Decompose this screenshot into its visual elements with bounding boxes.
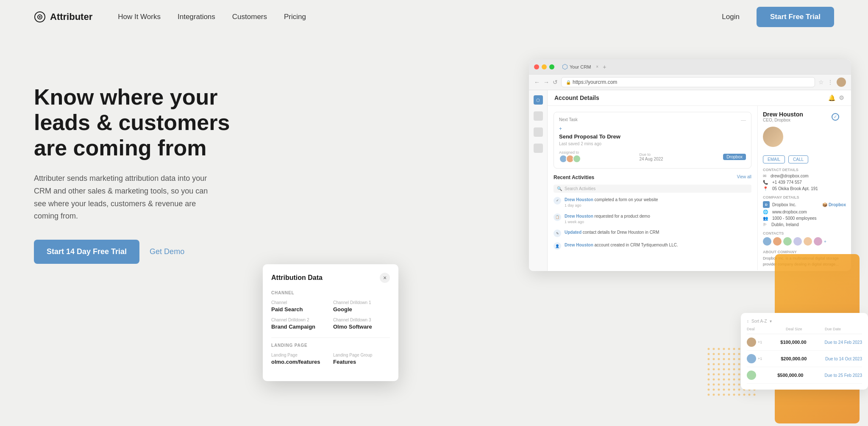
assigned-label: Assigned to <box>559 150 579 155</box>
task-title: Send Proposal To Drew <box>559 133 746 140</box>
crm-header-actions: 🔔 ⚙ <box>828 94 844 101</box>
activity-2: 📋 Drew Houston requested for a product d… <box>554 213 751 225</box>
hero-buttons: Start 14 Day Free Trial Get Demo <box>34 240 254 264</box>
phone-icon: 📞 <box>763 180 768 185</box>
close-tab-icon[interactable]: × <box>596 64 598 69</box>
new-tab-icon[interactable]: + <box>603 64 606 70</box>
deal-3-amount: $500,000.00 <box>777 373 803 378</box>
attr-divider <box>271 337 390 338</box>
contact-phone-row: 📞 +1 439 774 557 <box>763 180 846 185</box>
company-website: www.dropbox.com <box>772 210 807 214</box>
browser-dot-yellow[interactable] <box>542 64 547 69</box>
company-size-row: 👥 1000 - 5000 employees <box>763 216 846 221</box>
channel-value: Paid Search <box>271 306 328 313</box>
sidebar-icon-reports[interactable] <box>534 144 543 153</box>
deals-panel: ↕ Sort A-Z ▾ Deal Deal Size Due Date +1 … <box>741 313 868 390</box>
company-details-label: Company Details <box>763 195 846 199</box>
more-options-icon[interactable]: ⋮ <box>827 79 833 86</box>
search-placeholder: Search Activities <box>565 186 595 191</box>
contact-role: CEO, Dropbox <box>763 118 803 122</box>
channel-section-label: CHANNEL <box>271 290 390 295</box>
deal-avatar-2 <box>747 354 756 363</box>
forward-button[interactable]: → <box>543 79 549 86</box>
contact-name: Drew Houston <box>763 111 803 118</box>
contacts-avatars: + <box>763 237 846 246</box>
contact-avatar <box>763 127 783 147</box>
hero-trial-button[interactable]: Start 14 Day Free Trial <box>34 240 139 264</box>
nav-right: Login Start Free Trial <box>722 7 834 27</box>
about-company-label: About Company <box>763 250 846 254</box>
drilldown2-value: Brand Campaign <box>271 324 328 330</box>
activity-icon-3: ✎ <box>554 230 561 237</box>
call-button[interactable]: CALL <box>788 155 808 163</box>
nav-pricing[interactable]: Pricing <box>284 13 306 21</box>
activity-link-3: Updated <box>565 230 581 235</box>
contact-avatar-3 <box>783 237 792 246</box>
login-link[interactable]: Login <box>722 13 740 21</box>
activity-4: 👤 Drew Houston account created in CRM Ty… <box>554 242 751 250</box>
contact-avatar-5 <box>804 237 812 246</box>
search-icon: 🔍 <box>557 186 562 191</box>
deal-1-contact: +1 <box>747 337 762 347</box>
recent-activities-title: Recent Activities <box>554 174 594 180</box>
col-deal: Deal <box>747 327 784 331</box>
refresh-button[interactable]: ↺ <box>553 79 558 86</box>
contact-avatar-6 <box>814 237 822 246</box>
browser-dot-green[interactable] <box>549 64 554 69</box>
channel-fields: Channel Paid Search Channel Drilldown 1 … <box>271 300 390 330</box>
nav-start-trial-button[interactable]: Start Free Trial <box>757 7 834 27</box>
deal-1-amount: $100,000.00 <box>780 340 806 345</box>
hero-title: Know where your leads & customers are co… <box>34 85 254 160</box>
nav-integrations[interactable]: Integrations <box>178 13 215 21</box>
brand-logo[interactable]: Attributer <box>34 11 92 23</box>
attribution-close-button[interactable]: × <box>380 273 390 283</box>
crm-page-header: Account Details 🔔 ⚙ <box>548 90 851 106</box>
activity-1: ✓ Drew Houston completed a form on your … <box>554 197 751 208</box>
landing-group-value: Features <box>333 359 390 365</box>
activities-search[interactable]: 🔍 Search Activities <box>554 185 751 193</box>
view-all-link[interactable]: View all <box>737 174 751 180</box>
activity-link-4: Drew Houston <box>565 243 593 247</box>
contact-header: Drew Houston CEO, Dropbox ✓ <box>763 111 846 151</box>
expand-icon[interactable]: — <box>741 117 746 123</box>
col-due: Due Date <box>825 327 862 331</box>
drilldown3-field: Channel Drilldown 3 Olmo Software <box>333 318 390 330</box>
bookmark-icon[interactable]: ☆ <box>818 79 824 86</box>
company-name-row: D Dropbox Inc. 📦 Dropbox <box>763 201 846 208</box>
hero-demo-button[interactable]: Get Demo <box>150 247 184 256</box>
bell-icon[interactable]: 🔔 <box>828 94 835 101</box>
deal-3-contact <box>747 371 756 380</box>
activity-icon-2: 📋 <box>554 213 561 221</box>
landing-field: Landing Page olmo.com/features <box>271 353 328 365</box>
nav-how-it-works[interactable]: How It Works <box>118 13 161 21</box>
task-card-header: Next Task — <box>559 117 746 123</box>
browser-dot-red[interactable] <box>534 64 539 69</box>
people-icon: 👥 <box>763 216 768 221</box>
browser-titlebar: ⬡ Your CRM × + <box>529 59 851 75</box>
task-footer: Assigned to Due to <box>559 150 746 163</box>
deal-2-extra: +1 <box>758 357 762 361</box>
activity-text-1: Drew Houston completed a form on your we… <box>565 197 658 208</box>
back-button[interactable]: ← <box>534 79 540 86</box>
company-website-row: 🌐 www.dropbox.com <box>763 210 846 214</box>
nav-customers[interactable]: Customers <box>232 13 267 21</box>
drilldown3-label: Channel Drilldown 3 <box>333 318 390 322</box>
crm-page-title: Account Details <box>554 94 599 101</box>
deal-avatar-1 <box>747 337 756 347</box>
contact-email: drew@dropbox.com <box>771 174 809 178</box>
crm-main-content: Account Details 🔔 ⚙ Next Task <box>548 90 851 271</box>
sidebar-icon-contacts[interactable] <box>534 111 543 121</box>
sidebar-icon-home[interactable]: ⬡ <box>534 95 543 105</box>
email-button[interactable]: EMAIL <box>763 155 785 163</box>
add-task-icon[interactable]: + <box>559 126 746 132</box>
contact-checkbox[interactable]: ✓ <box>832 113 839 121</box>
settings-icon[interactable]: ⚙ <box>839 94 844 101</box>
contact-address-row: 📍 05 Okika Brook Apt. 191 <box>763 186 846 191</box>
contact-email-row: ✉ drew@dropbox.com <box>763 174 846 178</box>
task-label: Next Task <box>559 117 578 123</box>
sidebar-icon-deals[interactable] <box>534 127 543 137</box>
drilldown3-value: Olmo Software <box>333 324 390 330</box>
activity-time-1: 1 day ago <box>565 203 658 208</box>
deals-sort-bar: ↕ Sort A-Z ▾ <box>747 319 862 324</box>
url-bar[interactable]: 🔒 https://yourcrm.com <box>561 77 815 87</box>
